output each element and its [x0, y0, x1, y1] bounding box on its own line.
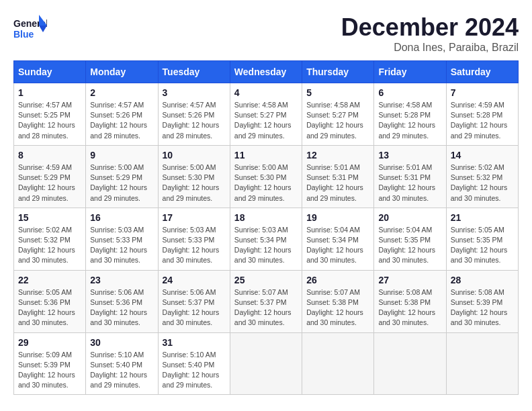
- day-cell-1: 1Sunrise: 4:57 AMSunset: 5:25 PMDaylight…: [14, 83, 86, 146]
- day-cell-20: 20Sunrise: 5:04 AMSunset: 5:35 PMDayligh…: [374, 208, 446, 270]
- day-cell-15: 15Sunrise: 5:02 AMSunset: 5:32 PMDayligh…: [14, 208, 86, 270]
- logo: General Blue: [13, 13, 50, 40]
- day-info: Sunrise: 5:01 AMSunset: 5:31 PMDaylight:…: [378, 163, 441, 203]
- logo-icon: General Blue: [13, 13, 47, 40]
- day-cell-23: 23Sunrise: 5:06 AMSunset: 5:36 PMDayligh…: [86, 270, 158, 332]
- day-info: Sunrise: 5:06 AMSunset: 5:36 PMDaylight:…: [90, 287, 153, 328]
- day-info: Sunrise: 5:05 AMSunset: 5:35 PMDaylight:…: [451, 225, 514, 266]
- svg-text:Blue: Blue: [13, 29, 34, 40]
- day-info: Sunrise: 4:57 AMSunset: 5:25 PMDaylight:…: [18, 100, 81, 141]
- day-cell-26: 26Sunrise: 5:07 AMSunset: 5:38 PMDayligh…: [302, 270, 374, 332]
- day-number: 12: [306, 150, 369, 161]
- day-cell-4: 4Sunrise: 4:58 AMSunset: 5:27 PMDaylight…: [230, 83, 302, 146]
- day-info: Sunrise: 4:58 AMSunset: 5:27 PMDaylight:…: [306, 100, 369, 141]
- day-cell-8: 8Sunrise: 4:59 AMSunset: 5:29 PMDaylight…: [14, 145, 86, 208]
- day-cell-29: 29Sunrise: 5:09 AMSunset: 5:39 PMDayligh…: [14, 332, 86, 395]
- day-info: Sunrise: 4:57 AMSunset: 5:26 PMDaylight:…: [90, 100, 153, 141]
- header-sunday: Sunday: [14, 61, 86, 83]
- day-number: 11: [234, 150, 298, 161]
- day-number: 28: [451, 275, 514, 285]
- day-number: 20: [378, 212, 441, 223]
- day-cell-5: 5Sunrise: 4:58 AMSunset: 5:27 PMDaylight…: [302, 83, 374, 146]
- day-cell-24: 24Sunrise: 5:06 AMSunset: 5:37 PMDayligh…: [158, 270, 230, 332]
- day-number: 18: [234, 212, 298, 223]
- day-cell-16: 16Sunrise: 5:03 AMSunset: 5:33 PMDayligh…: [86, 208, 158, 270]
- day-number: 24: [163, 275, 226, 285]
- day-info: Sunrise: 5:10 AMSunset: 5:40 PMDaylight:…: [163, 350, 226, 391]
- location-title: Dona Ines, Paraiba, Brazil: [341, 42, 519, 54]
- day-number: 4: [234, 87, 298, 98]
- day-cell-12: 12Sunrise: 5:01 AMSunset: 5:31 PMDayligh…: [302, 145, 374, 208]
- day-number: 17: [163, 212, 226, 223]
- day-cell-22: 22Sunrise: 5:05 AMSunset: 5:36 PMDayligh…: [14, 270, 86, 332]
- day-number: 19: [306, 212, 369, 223]
- day-cell-17: 17Sunrise: 5:03 AMSunset: 5:33 PMDayligh…: [158, 208, 230, 270]
- day-cell-3: 3Sunrise: 4:57 AMSunset: 5:26 PMDaylight…: [158, 83, 230, 146]
- header-monday: Monday: [86, 61, 158, 83]
- day-cell-19: 19Sunrise: 5:04 AMSunset: 5:34 PMDayligh…: [302, 208, 374, 270]
- day-cell-6: 6Sunrise: 4:58 AMSunset: 5:28 PMDaylight…: [374, 83, 446, 146]
- calendar-table: Sunday Monday Tuesday Wednesday Thursday…: [13, 60, 519, 395]
- month-title: December 2024: [341, 13, 519, 42]
- weekday-header-row: Sunday Monday Tuesday Wednesday Thursday…: [14, 61, 519, 83]
- day-number: 27: [378, 275, 441, 285]
- day-number: 14: [451, 150, 514, 161]
- day-number: 1: [18, 87, 81, 98]
- day-info: Sunrise: 5:00 AMSunset: 5:29 PMDaylight:…: [90, 163, 153, 203]
- day-info: Sunrise: 5:09 AMSunset: 5:39 PMDaylight:…: [18, 350, 81, 391]
- day-cell-27: 27Sunrise: 5:08 AMSunset: 5:38 PMDayligh…: [374, 270, 446, 332]
- day-info: Sunrise: 5:00 AMSunset: 5:30 PMDaylight:…: [234, 163, 298, 203]
- day-info: Sunrise: 5:04 AMSunset: 5:35 PMDaylight:…: [378, 225, 441, 266]
- day-number: 30: [90, 337, 153, 348]
- day-cell-10: 10Sunrise: 5:00 AMSunset: 5:30 PMDayligh…: [158, 145, 230, 208]
- day-info: Sunrise: 5:02 AMSunset: 5:32 PMDaylight:…: [451, 163, 514, 203]
- day-number: 10: [163, 150, 226, 161]
- day-number: 29: [18, 337, 81, 348]
- day-number: 2: [90, 87, 153, 98]
- header-wednesday: Wednesday: [230, 61, 302, 83]
- day-cell-28: 28Sunrise: 5:08 AMSunset: 5:39 PMDayligh…: [446, 270, 518, 332]
- day-number: 22: [18, 275, 81, 285]
- day-info: Sunrise: 5:07 AMSunset: 5:38 PMDaylight:…: [306, 287, 369, 328]
- day-cell-7: 7Sunrise: 4:59 AMSunset: 5:28 PMDaylight…: [446, 83, 518, 146]
- header-friday: Friday: [374, 61, 446, 83]
- day-number: 6: [378, 87, 441, 98]
- day-info: Sunrise: 4:58 AMSunset: 5:27 PMDaylight:…: [234, 100, 298, 141]
- day-number: 5: [306, 87, 369, 98]
- day-number: 23: [90, 275, 153, 285]
- day-cell-14: 14Sunrise: 5:02 AMSunset: 5:32 PMDayligh…: [446, 145, 518, 208]
- day-info: Sunrise: 5:00 AMSunset: 5:30 PMDaylight:…: [163, 163, 226, 203]
- header-saturday: Saturday: [446, 61, 518, 83]
- day-cell-30: 30Sunrise: 5:10 AMSunset: 5:40 PMDayligh…: [86, 332, 158, 395]
- day-cell-18: 18Sunrise: 5:03 AMSunset: 5:34 PMDayligh…: [230, 208, 302, 270]
- day-number: 25: [234, 275, 298, 285]
- empty-cell: [446, 332, 518, 395]
- day-info: Sunrise: 5:03 AMSunset: 5:33 PMDaylight:…: [90, 225, 153, 266]
- day-number: 21: [451, 212, 514, 223]
- empty-cell: [302, 332, 374, 395]
- day-cell-31: 31Sunrise: 5:10 AMSunset: 5:40 PMDayligh…: [158, 332, 230, 395]
- day-cell-13: 13Sunrise: 5:01 AMSunset: 5:31 PMDayligh…: [374, 145, 446, 208]
- header-tuesday: Tuesday: [158, 61, 230, 83]
- day-info: Sunrise: 5:07 AMSunset: 5:37 PMDaylight:…: [234, 287, 298, 328]
- day-cell-21: 21Sunrise: 5:05 AMSunset: 5:35 PMDayligh…: [446, 208, 518, 270]
- day-info: Sunrise: 4:59 AMSunset: 5:28 PMDaylight:…: [451, 100, 514, 141]
- day-info: Sunrise: 5:06 AMSunset: 5:37 PMDaylight:…: [163, 287, 226, 328]
- day-info: Sunrise: 5:10 AMSunset: 5:40 PMDaylight:…: [90, 350, 153, 391]
- day-info: Sunrise: 5:04 AMSunset: 5:34 PMDaylight:…: [306, 225, 369, 266]
- day-cell-25: 25Sunrise: 5:07 AMSunset: 5:37 PMDayligh…: [230, 270, 302, 332]
- title-section: December 2024 Dona Ines, Paraiba, Brazil: [341, 13, 519, 54]
- day-cell-11: 11Sunrise: 5:00 AMSunset: 5:30 PMDayligh…: [230, 145, 302, 208]
- day-info: Sunrise: 4:59 AMSunset: 5:29 PMDaylight:…: [18, 163, 81, 203]
- day-cell-9: 9Sunrise: 5:00 AMSunset: 5:29 PMDaylight…: [86, 145, 158, 208]
- day-info: Sunrise: 5:02 AMSunset: 5:32 PMDaylight:…: [18, 225, 81, 266]
- day-info: Sunrise: 5:08 AMSunset: 5:39 PMDaylight:…: [451, 287, 514, 328]
- day-number: 31: [163, 337, 226, 348]
- empty-cell: [230, 332, 302, 395]
- day-number: 8: [18, 150, 81, 161]
- day-number: 3: [163, 87, 226, 98]
- empty-cell: [374, 332, 446, 395]
- day-number: 26: [306, 275, 369, 285]
- day-info: Sunrise: 5:01 AMSunset: 5:31 PMDaylight:…: [306, 163, 369, 203]
- day-info: Sunrise: 5:05 AMSunset: 5:36 PMDaylight:…: [18, 287, 81, 328]
